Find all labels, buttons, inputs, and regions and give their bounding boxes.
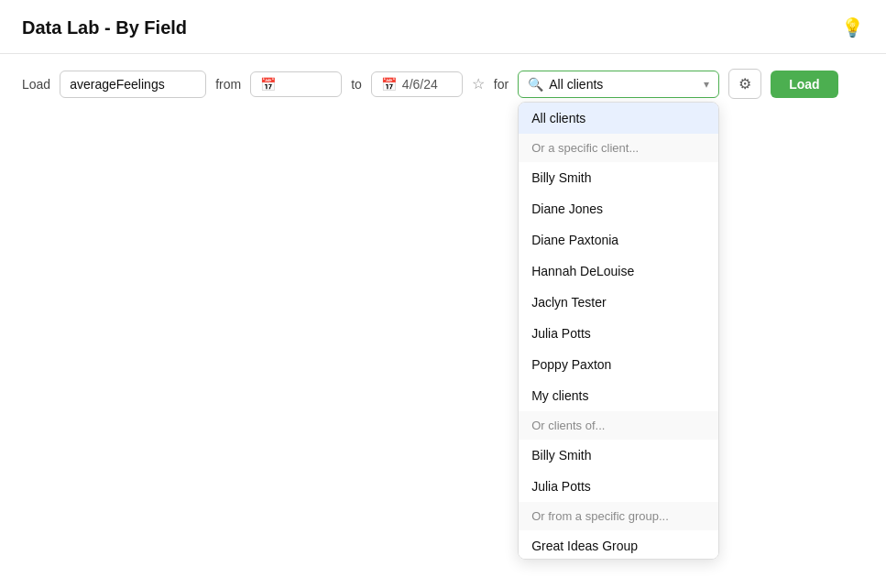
- dropdown-item[interactable]: Diane Paxtonia: [519, 224, 718, 256]
- toolbar: Load from 📅 to 📅 4/6/24 ☆ for 🔍 All clie…: [0, 54, 886, 114]
- dropdown-section-label: Or from a specific group...: [519, 502, 718, 530]
- calendar-icon-2: 📅: [381, 77, 397, 92]
- load-label: Load: [22, 77, 50, 92]
- dropdown-section-label: Or a specific client...: [519, 134, 718, 162]
- field-input[interactable]: [60, 71, 206, 98]
- to-date-picker[interactable]: 📅 4/6/24: [371, 71, 463, 97]
- dropdown-item[interactable]: My clients: [519, 380, 718, 411]
- dropdown-item[interactable]: Poppy Paxton: [519, 349, 718, 380]
- load-button[interactable]: Load: [771, 71, 837, 98]
- to-label: to: [351, 77, 362, 92]
- page-title: Data Lab - By Field: [22, 17, 187, 38]
- client-dropdown-trigger[interactable]: 🔍 All clients ▾: [518, 71, 719, 98]
- to-date-value: 4/6/24: [402, 77, 438, 92]
- page-header: Data Lab - By Field 💡: [0, 0, 886, 53]
- dropdown-item[interactable]: Billy Smith: [519, 162, 718, 193]
- dropdown-item[interactable]: Hannah DeLouise: [519, 256, 718, 287]
- dropdown-item[interactable]: Jaclyn Tester: [519, 287, 718, 318]
- dropdown-item[interactable]: All clients: [519, 103, 718, 134]
- dropdown-item[interactable]: Julia Potts: [519, 471, 718, 502]
- for-label: for: [494, 77, 509, 92]
- notification-icon[interactable]: 💡: [841, 16, 864, 38]
- dropdown-item[interactable]: Diane Jones: [519, 193, 718, 224]
- client-dropdown-wrapper: 🔍 All clients ▾ All clientsOr a specific…: [518, 71, 719, 98]
- dropdown-selected-label: All clients: [549, 77, 603, 92]
- chevron-down-icon: ▾: [704, 78, 709, 91]
- from-label: from: [215, 77, 241, 92]
- dropdown-item[interactable]: Julia Potts: [519, 318, 718, 349]
- trigger-left: 🔍 All clients: [528, 77, 698, 92]
- dropdown-section-label: Or clients of...: [519, 411, 718, 440]
- dropdown-item[interactable]: Great Ideas Group: [519, 530, 718, 560]
- gear-icon: ⚙: [738, 75, 751, 93]
- from-date-picker[interactable]: 📅: [250, 71, 342, 97]
- settings-button[interactable]: ⚙: [728, 69, 761, 99]
- dropdown-item[interactable]: Billy Smith: [519, 440, 718, 471]
- search-icon: 🔍: [528, 77, 543, 92]
- client-dropdown-menu: All clientsOr a specific client...Billy …: [518, 102, 719, 560]
- favorite-icon[interactable]: ☆: [472, 75, 485, 93]
- calendar-icon: 📅: [260, 77, 276, 92]
